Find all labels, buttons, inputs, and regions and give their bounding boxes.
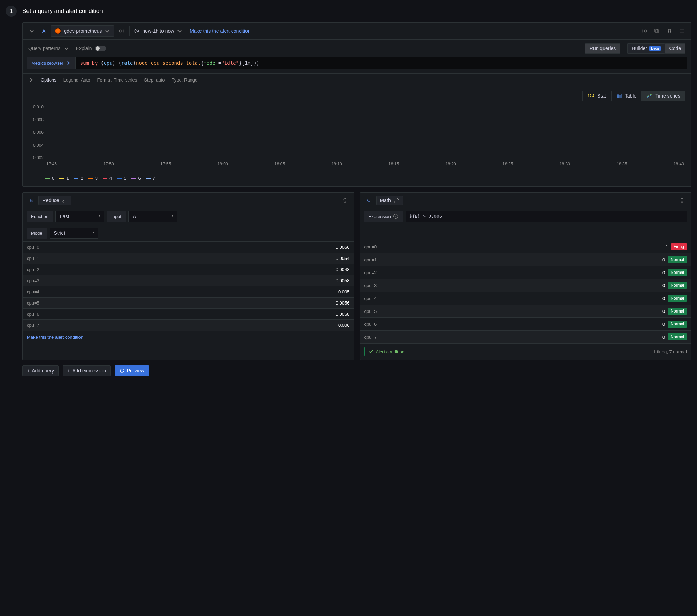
collapse-toggle[interactable]	[27, 26, 37, 36]
legend-item[interactable]: 0	[45, 176, 54, 181]
builder-tab[interactable]: Builder Beta	[627, 43, 665, 54]
state-badge: Normal	[668, 333, 687, 340]
info-icon: i	[393, 214, 399, 219]
expression-type-b[interactable]: Reduce	[38, 196, 71, 205]
option-format: Format: Time series	[97, 77, 137, 83]
delete-c-icon[interactable]	[677, 195, 687, 205]
timeseries-icon	[647, 93, 652, 99]
tab-stat[interactable]: 12.4 Stat	[582, 91, 611, 101]
svg-rect-6	[655, 29, 658, 32]
make-alert-condition-link[interactable]: Make this the alert condition	[190, 28, 250, 34]
legend-item[interactable]: 3	[88, 176, 98, 181]
legend-item[interactable]: 4	[103, 176, 112, 181]
datasource-name: gdev-prometheus	[64, 28, 102, 34]
action-row: + Add query + Add expression Preview	[22, 365, 691, 376]
mode-select[interactable]: Strict	[50, 228, 98, 239]
query-ref-a[interactable]: A	[39, 28, 48, 34]
input-select[interactable]: A	[128, 211, 177, 222]
legend-item[interactable]: 2	[74, 176, 83, 181]
datasource-selector[interactable]: gdev-prometheus	[51, 25, 114, 37]
section-title: Set a query and alert condition	[22, 8, 103, 15]
svg-point-8	[683, 29, 684, 30]
legend-item[interactable]: 1	[59, 176, 69, 181]
chevron-down-icon	[177, 28, 182, 34]
svg-rect-5	[656, 30, 658, 33]
step-badge: 1	[6, 6, 17, 17]
duplicate-query-icon[interactable]	[652, 26, 662, 36]
query-help-icon[interactable]: ?	[639, 26, 649, 36]
state-badge: Normal	[668, 256, 687, 263]
run-queries-button[interactable]: Run queries	[585, 43, 621, 54]
legend-item[interactable]: 5	[117, 176, 126, 181]
code-tab[interactable]: Code	[665, 43, 685, 54]
time-range-selector[interactable]: now-1h to now	[129, 26, 187, 36]
table-icon	[616, 93, 622, 99]
result-row: cpu=60.0058	[23, 308, 354, 319]
option-type: Type: Range	[172, 77, 198, 83]
chevron-right-icon	[66, 60, 71, 66]
datasource-help-icon[interactable]: i	[117, 26, 127, 36]
delete-b-icon[interactable]	[340, 195, 350, 205]
query-a-panel: A gdev-prometheus i now-1h to now Make t…	[22, 22, 691, 187]
expression-input[interactable]: ${B} > 0.006	[406, 211, 687, 222]
promql-editor[interactable]: sum by (cpu) (rate(node_cpu_seconds_tota…	[76, 57, 687, 69]
result-row: cpu=60Normal	[360, 317, 691, 330]
svg-rect-13	[617, 94, 621, 98]
result-row: cpu=40.005	[23, 286, 354, 297]
state-badge: Normal	[668, 321, 687, 328]
query-patterns-dropdown[interactable]: Query patterns	[28, 46, 69, 51]
query-a-header: A gdev-prometheus i now-1h to now Make t…	[23, 23, 691, 40]
chevron-down-icon	[105, 28, 110, 34]
add-query-button[interactable]: + Add query	[22, 365, 59, 376]
function-select[interactable]: Last	[55, 211, 104, 222]
drag-handle-icon[interactable]	[677, 26, 687, 36]
tab-timeseries[interactable]: Time series	[642, 91, 685, 101]
function-label: Function	[27, 211, 53, 222]
expression-panels: B Reduce Function Last Input A Mode Stri…	[22, 192, 691, 360]
add-expression-button[interactable]: + Add expression	[63, 365, 111, 376]
query-b-panel: B Reduce Function Last Input A Mode Stri…	[22, 192, 354, 360]
svg-point-9	[681, 31, 682, 32]
svg-text:i: i	[121, 29, 122, 33]
check-icon	[368, 349, 374, 354]
result-row: cpu=50.0056	[23, 297, 354, 308]
b-results: cpu=00.0066cpu=10.0054cpu=20.0048cpu=30.…	[23, 241, 354, 331]
stat-icon: 12.4	[588, 94, 594, 98]
result-row: cpu=20Normal	[360, 266, 691, 279]
state-badge: Normal	[668, 295, 687, 302]
svg-point-10	[683, 31, 684, 32]
result-row: cpu=70Normal	[360, 330, 691, 343]
result-row: cpu=50Normal	[360, 305, 691, 317]
refresh-icon	[119, 368, 125, 374]
chart-area: 12.4 Stat Table Time series 0.0100.0080.…	[23, 86, 691, 186]
plus-icon: +	[27, 368, 30, 374]
query-ref-c[interactable]: C	[364, 198, 373, 203]
result-row: cpu=10.0054	[23, 253, 354, 264]
metrics-browser-button[interactable]: Metrics browser	[27, 57, 76, 69]
query-ref-b[interactable]: B	[27, 198, 36, 203]
time-range-value: now-1h to now	[142, 28, 174, 34]
explain-toggle[interactable]	[95, 46, 106, 51]
input-label: Input	[107, 211, 126, 222]
chevron-right-icon	[28, 77, 34, 83]
delete-query-icon[interactable]	[665, 26, 674, 36]
chevron-down-icon	[29, 28, 35, 34]
svg-point-7	[681, 29, 682, 30]
c-results: cpu=01Firingcpu=10Normalcpu=20Normalcpu=…	[360, 240, 691, 343]
legend-item[interactable]: 6	[131, 176, 141, 181]
chart-canvas: 0.0100.0080.0060.0040.002 17:4517:5017:5…	[45, 105, 685, 167]
state-badge: Firing	[671, 243, 687, 250]
alert-condition-badge: Alert condition	[364, 347, 408, 356]
query-options-row[interactable]: Options Legend: Auto Format: Time series…	[23, 73, 691, 86]
preview-button[interactable]: Preview	[115, 365, 149, 376]
expression-type-c[interactable]: Math	[376, 196, 403, 205]
query-c-panel: C Math Expression i ${B} > 0.006 cpu=01F…	[360, 192, 692, 360]
tab-table[interactable]: Table	[611, 91, 642, 101]
chart-legend: 01234567	[45, 176, 685, 181]
view-tabs: 12.4 Stat Table Time series	[28, 91, 685, 101]
expression-label: Expression i	[364, 211, 403, 222]
make-alert-condition-b[interactable]: Make this the alert condition	[27, 334, 83, 340]
plus-icon: +	[67, 368, 70, 374]
option-step: Step: auto	[144, 77, 165, 83]
legend-item[interactable]: 7	[146, 176, 155, 181]
